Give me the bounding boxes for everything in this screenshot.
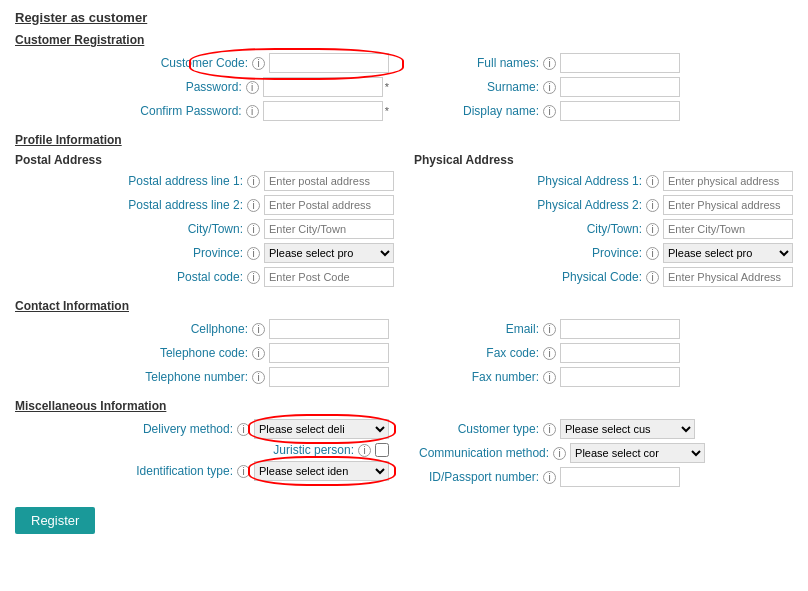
juristic-person-row: Juristic person: i: [15, 443, 389, 457]
customer-code-label: Customer Code:: [118, 56, 248, 70]
postal-addr1-label: Postal address line 1:: [113, 174, 243, 188]
postal-city-input[interactable]: [264, 219, 394, 239]
telephone-number-row: Telephone number: i: [15, 367, 389, 387]
display-name-label: Display name:: [419, 104, 539, 118]
physical-province-info-icon[interactable]: i: [646, 247, 659, 260]
postal-code-row: Postal code: i: [15, 267, 394, 287]
physical-city-info-icon[interactable]: i: [646, 223, 659, 236]
telephone-code-input[interactable]: [269, 343, 389, 363]
postal-province-select[interactable]: Please select pro: [264, 243, 394, 263]
customer-code-input[interactable]: [269, 53, 389, 73]
physical-code-row: Physical Code: i: [414, 267, 793, 287]
physical-address-title: Physical Address: [414, 153, 793, 167]
display-name-input[interactable]: [560, 101, 680, 121]
communication-method-row: Communication method: i Please select co…: [419, 443, 793, 463]
customer-type-info-icon[interactable]: i: [543, 423, 556, 436]
confirm-password-label: Confirm Password:: [112, 104, 242, 118]
surname-row: Surname: i: [419, 77, 793, 97]
physical-city-input[interactable]: [663, 219, 793, 239]
full-names-info-icon[interactable]: i: [543, 57, 556, 70]
physical-addr1-row: Physical Address 1: i: [414, 171, 793, 191]
identification-type-select[interactable]: Please select iden: [254, 461, 389, 481]
fax-code-info-icon[interactable]: i: [543, 347, 556, 360]
identification-type-info-icon[interactable]: i: [237, 465, 250, 478]
postal-addr2-info-icon[interactable]: i: [247, 199, 260, 212]
physical-addr2-info-icon[interactable]: i: [646, 199, 659, 212]
postal-addr1-info-icon[interactable]: i: [247, 175, 260, 188]
postal-addr2-label: Postal address line 2:: [113, 198, 243, 212]
physical-addr1-input[interactable]: [663, 171, 793, 191]
physical-city-row: City/Town: i: [414, 219, 793, 239]
confirm-password-input[interactable]: [263, 101, 383, 121]
juristic-person-checkbox[interactable]: [375, 443, 389, 457]
postal-province-row: Province: i Please select pro: [15, 243, 394, 263]
password-row: Password: i *: [15, 77, 389, 97]
postal-addr2-row: Postal address line 2: i: [15, 195, 394, 215]
identification-type-label: Identification type:: [103, 464, 233, 478]
customer-type-label: Customer type:: [419, 422, 539, 436]
register-button[interactable]: Register: [15, 507, 95, 534]
misc-info-title: Miscellaneous Information: [15, 399, 793, 413]
physical-province-row: Province: i Please select pro: [414, 243, 793, 263]
postal-province-info-icon[interactable]: i: [247, 247, 260, 260]
surname-label: Surname:: [419, 80, 539, 94]
physical-city-label: City/Town:: [512, 222, 642, 236]
cellphone-input[interactable]: [269, 319, 389, 339]
physical-province-select[interactable]: Please select pro: [663, 243, 793, 263]
telephone-code-info-icon[interactable]: i: [252, 347, 265, 360]
telephone-code-row: Telephone code: i: [15, 343, 389, 363]
delivery-method-select[interactable]: Please select deli: [254, 419, 389, 439]
password-input[interactable]: [263, 77, 383, 97]
profile-info-title: Profile Information: [15, 133, 793, 147]
juristic-person-info-icon[interactable]: i: [358, 444, 371, 457]
physical-code-info-icon[interactable]: i: [646, 271, 659, 284]
email-row: Email: i: [419, 319, 793, 339]
telephone-number-input[interactable]: [269, 367, 389, 387]
postal-addr2-input[interactable]: [264, 195, 394, 215]
physical-addr2-input[interactable]: [663, 195, 793, 215]
customer-code-info-icon[interactable]: i: [252, 57, 265, 70]
postal-code-info-icon[interactable]: i: [247, 271, 260, 284]
cellphone-label: Cellphone:: [118, 322, 248, 336]
delivery-method-row: Delivery method: i Please select deli: [15, 419, 389, 439]
email-label: Email:: [419, 322, 539, 336]
cellphone-info-icon[interactable]: i: [252, 323, 265, 336]
display-name-row: Display name: i: [419, 101, 793, 121]
postal-code-label: Postal code:: [113, 270, 243, 284]
confirm-password-info-icon[interactable]: i: [246, 105, 259, 118]
full-names-input[interactable]: [560, 53, 680, 73]
customer-registration-title: Customer Registration: [15, 33, 793, 47]
email-info-icon[interactable]: i: [543, 323, 556, 336]
telephone-code-label: Telephone code:: [118, 346, 248, 360]
fax-number-input[interactable]: [560, 367, 680, 387]
cellphone-row: Cellphone: i: [15, 319, 389, 339]
password-info-icon[interactable]: i: [246, 81, 259, 94]
telephone-number-label: Telephone number:: [118, 370, 248, 384]
surname-input[interactable]: [560, 77, 680, 97]
email-input[interactable]: [560, 319, 680, 339]
postal-addr1-row: Postal address line 1: i: [15, 171, 394, 191]
postal-addr1-input[interactable]: [264, 171, 394, 191]
telephone-number-info-icon[interactable]: i: [252, 371, 265, 384]
id-passport-info-icon[interactable]: i: [543, 471, 556, 484]
full-names-label: Full names:: [419, 56, 539, 70]
physical-addr1-info-icon[interactable]: i: [646, 175, 659, 188]
physical-addr1-label: Physical Address 1:: [512, 174, 642, 188]
delivery-method-info-icon[interactable]: i: [237, 423, 250, 436]
communication-method-select[interactable]: Please select cor: [570, 443, 705, 463]
physical-addr2-label: Physical Address 2:: [512, 198, 642, 212]
customer-type-select[interactable]: Please select cus: [560, 419, 695, 439]
full-names-row: Full names: i: [419, 53, 793, 73]
surname-info-icon[interactable]: i: [543, 81, 556, 94]
fax-number-info-icon[interactable]: i: [543, 371, 556, 384]
page-title: Register as customer: [15, 10, 793, 25]
fax-code-input[interactable]: [560, 343, 680, 363]
postal-city-info-icon[interactable]: i: [247, 223, 260, 236]
physical-code-input[interactable]: [663, 267, 793, 287]
postal-code-input[interactable]: [264, 267, 394, 287]
display-name-info-icon[interactable]: i: [543, 105, 556, 118]
communication-method-info-icon[interactable]: i: [553, 447, 566, 460]
physical-code-label: Physical Code:: [512, 270, 642, 284]
id-passport-input[interactable]: [560, 467, 680, 487]
communication-method-label: Communication method:: [419, 446, 549, 460]
